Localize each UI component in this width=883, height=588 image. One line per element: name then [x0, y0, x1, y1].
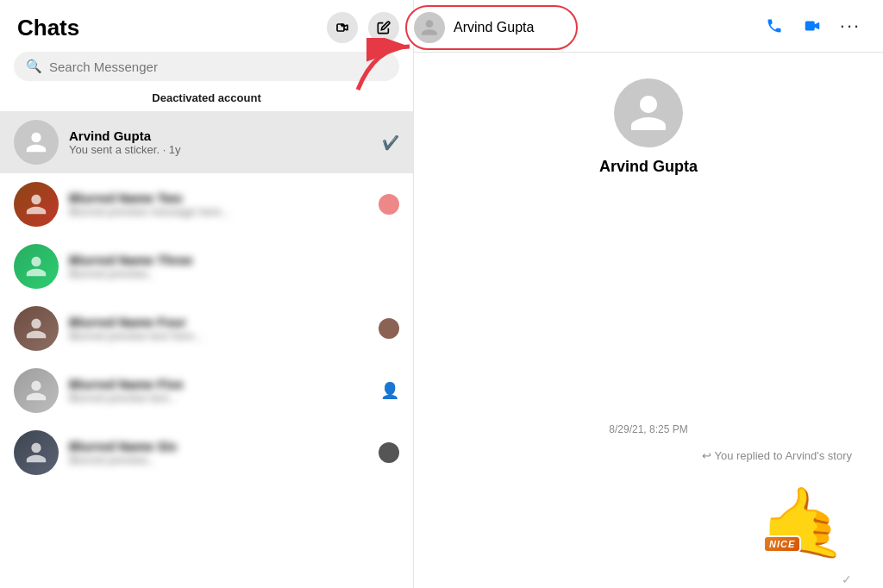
- search-bar[interactable]: 🔍: [14, 52, 399, 81]
- chat-preview-4: Blurred preview text here...: [69, 329, 368, 342]
- search-icon: 🔍: [26, 59, 42, 74]
- chat-preview-2: Blurred preview message here...: [69, 205, 368, 218]
- chat-preview-5: Blurred preview text...: [69, 391, 370, 404]
- chat-item-3[interactable]: Blurred Name Three Blurred preview...: [0, 235, 413, 297]
- avatar-5: [14, 368, 59, 413]
- chat-meta-2: [379, 194, 399, 215]
- nice-sticker: 🤙 NICE: [757, 476, 852, 571]
- chat-list: Arvind Gupta You sent a sticker. · 1y ✔️…: [0, 111, 413, 588]
- tooltip-area: Deactivated account: [0, 88, 413, 111]
- chat-meta-5: 👤: [380, 381, 399, 400]
- sticker-seen-indicator: ✓: [842, 572, 852, 586]
- chat-name-3: Blurred Name Three: [69, 253, 399, 267]
- chat-preview-arvind: You sent a sticker. · 1y: [69, 143, 372, 156]
- avatar-3: [14, 244, 59, 289]
- thumb-icon-4: [379, 318, 399, 339]
- avatar-arvind: [14, 120, 59, 165]
- chats-title: Chats: [17, 15, 316, 41]
- message-area: 8/29/21, 8:25 PM ↩ You replied to Arvind…: [431, 202, 866, 571]
- chat-name-arvind: Arvind Gupta: [69, 128, 372, 143]
- contact-display-name: Arvind Gupta: [599, 158, 698, 176]
- chat-info-4: Blurred Name Four Blurred preview text h…: [69, 315, 368, 342]
- chat-meta-4: [379, 318, 399, 339]
- seen-icon: ✔️: [382, 134, 399, 151]
- left-header: Chats: [0, 0, 413, 52]
- thumb-icon-6: [379, 442, 399, 463]
- new-video-button[interactable]: [327, 12, 358, 43]
- chat-area: Arvind Gupta 8/29/21, 8:25 PM ↩ You repl…: [414, 53, 883, 588]
- thumb-icon-2: [379, 194, 399, 215]
- chat-name-4: Blurred Name Four: [69, 315, 368, 329]
- search-input[interactable]: [49, 59, 387, 74]
- person-icon-5: 👤: [380, 381, 399, 400]
- more-options-button[interactable]: ···: [835, 10, 866, 41]
- chat-item-5[interactable]: Blurred Name Five Blurred preview text..…: [0, 360, 413, 422]
- chat-info-3: Blurred Name Three Blurred preview...: [69, 253, 399, 280]
- contact-avatar-large: [614, 78, 683, 147]
- chat-name-6: Blurred Name Six: [69, 439, 368, 454]
- chat-name-2: Blurred Name Two: [69, 191, 368, 205]
- phone-call-button[interactable]: [759, 10, 790, 41]
- chat-info-5: Blurred Name Five Blurred preview text..…: [69, 377, 370, 404]
- nice-badge: NICE: [763, 535, 801, 553]
- chat-info-2: Blurred Name Two Blurred preview message…: [69, 191, 368, 218]
- avatar-4: [14, 306, 59, 351]
- highlighted-contact-name: Arvind Gupta: [454, 20, 534, 35]
- highlighted-contact[interactable]: Arvind Gupta: [405, 5, 578, 50]
- right-panel: Arvind Gupta ··· Arvind Gupta: [414, 0, 883, 588]
- chat-meta-arvind: ✔️: [382, 134, 399, 151]
- chat-item-2[interactable]: Blurred Name Two Blurred preview message…: [0, 173, 413, 235]
- sticker-area: 🤙 NICE ✓: [757, 476, 852, 571]
- reply-label: ↩ You replied to Arvind's story: [702, 449, 852, 462]
- chat-item-4[interactable]: Blurred Name Four Blurred preview text h…: [0, 297, 413, 360]
- chat-name-5: Blurred Name Five: [69, 377, 370, 391]
- chat-info-6: Blurred Name Six Blurred preview...: [69, 439, 368, 466]
- message-timestamp: 8/29/21, 8:25 PM: [609, 423, 687, 435]
- chat-item-6[interactable]: Blurred Name Six Blurred preview...: [0, 422, 413, 484]
- chat-preview-6: Blurred preview...: [69, 454, 368, 466]
- header-actions: ···: [759, 10, 866, 41]
- chat-meta-6: [379, 442, 399, 463]
- highlighted-avatar: [414, 12, 445, 43]
- avatar-2: [14, 182, 59, 227]
- deactivated-tooltip: Deactivated account: [152, 91, 260, 104]
- chat-preview-3: Blurred preview...: [69, 267, 399, 280]
- chat-item-arvind[interactable]: Arvind Gupta You sent a sticker. · 1y ✔️: [0, 111, 413, 173]
- chat-info-arvind: Arvind Gupta You sent a sticker. · 1y: [69, 128, 372, 156]
- video-call-button[interactable]: [797, 10, 828, 41]
- avatar-6: [14, 430, 59, 475]
- contact-header: Arvind Gupta: [599, 78, 698, 176]
- left-panel: Chats 🔍 Deactivated account: [0, 0, 414, 588]
- compose-button[interactable]: [368, 12, 399, 43]
